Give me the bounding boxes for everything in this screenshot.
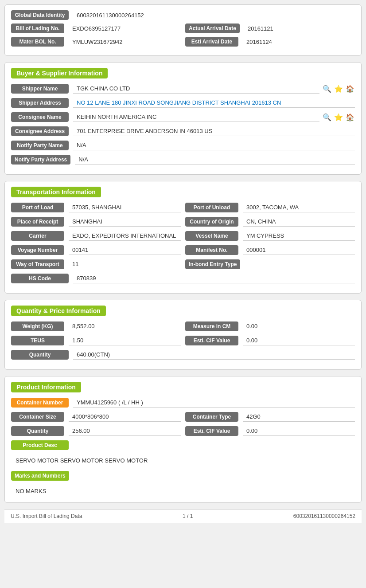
product-card: Product Information Container Number YMM… — [4, 376, 362, 503]
notify-party-name-value: N/A — [73, 141, 355, 150]
quantity-price-card: Quantity & Price Information Weight (KG)… — [4, 300, 362, 370]
voyage-number-half: Voyage Number 00141 — [11, 245, 181, 255]
container-num-row: Container Number YMMU4125960 ( /L / HH ) — [11, 398, 355, 408]
quantity-value: 640.00(CTN) — [73, 350, 355, 360]
bol-row: Bill of Lading No. EXDO6395127177 Actual… — [11, 24, 355, 33]
product-desc-row: Product Desc — [11, 440, 355, 450]
product-quantity-label: Quantity — [11, 426, 64, 436]
container-num-value: YMMU4125960 ( /L / HH ) — [73, 398, 355, 408]
inbond-entry-label: In-bond Entry Type — [185, 259, 240, 269]
place-receipt-label: Place of Receipt — [11, 217, 64, 227]
manifest-no-label: Manifest No. — [185, 245, 238, 255]
footer-center: 1 / 1 — [183, 513, 193, 519]
teus-half: TEUS 1.50 — [11, 336, 181, 345]
carrier-value: EXDO, EXPEDITORS INTERNATIONAL — [69, 231, 181, 241]
inbond-entry-value — [245, 259, 355, 269]
transportation-card: Transportation Information Port of Load … — [4, 181, 362, 294]
marks-value: NO MARKS — [11, 485, 355, 497]
container-type-half: Container Type 42G0 — [185, 412, 355, 422]
shipper-name-icons: 🔍 ⭐ 🏠 — [322, 84, 355, 94]
country-origin-label: Country of Origin — [185, 217, 238, 227]
port-load-half: Port of Load 57035, SHANGHAI — [11, 203, 181, 212]
country-origin-value: CN, CHINA — [243, 217, 355, 227]
consignee-addr-row: Consignee Address 701 ENTERPRISE DRIVE A… — [11, 126, 355, 136]
shipper-search-icon[interactable]: 🔍 — [322, 84, 332, 94]
shipper-addr-value: NO 12 LANE 180 JINXI ROAD SONGJIANG DIST… — [73, 98, 355, 108]
shipper-name-row: Shipper Name TGK CHINA CO LTD 🔍 ⭐ 🏠 — [11, 84, 355, 94]
notify-party-addr-row: Notify Party Address N/A — [11, 155, 355, 165]
identity-card: Global Data Identity 6003201611300002641… — [4, 4, 362, 56]
teus-label: TEUS — [11, 336, 64, 345]
shipper-star-icon[interactable]: ⭐ — [334, 84, 343, 94]
consignee-name-icons: 🔍 ⭐ 🏠 — [322, 112, 355, 122]
teus-row: TEUS 1.50 Esti. CIF Value 0.00 — [11, 336, 355, 345]
hs-code-row: HS Code 870839 — [11, 274, 355, 283]
notify-party-name-label: Notify Party Name — [11, 141, 69, 150]
master-bol-row: Mater BOL No. YMLUW231672942 Esti Arriva… — [11, 37, 355, 47]
global-identity-label: Global Data Identity — [11, 10, 69, 20]
voyage-number-value: 00141 — [69, 245, 181, 255]
master-bol-half: Mater BOL No. YMLUW231672942 — [11, 37, 181, 47]
place-receipt-value: SHANGHAI — [69, 217, 181, 227]
product-esti-cif-half: Esti. CIF Value 0.00 — [185, 426, 355, 436]
way-transport-value: 11 — [69, 259, 181, 269]
way-transport-row: Way of Transport 11 In-bond Entry Type — [11, 259, 355, 269]
global-identity-value: 600320161130000264152 — [73, 11, 148, 20]
way-transport-half: Way of Transport 11 — [11, 259, 181, 269]
vessel-name-value: YM CYPRESS — [243, 231, 355, 241]
consignee-addr-label: Consignee Address — [11, 126, 69, 136]
place-receipt-half: Place of Receipt SHANGHAI — [11, 217, 181, 227]
shipper-home-icon[interactable]: 🏠 — [345, 84, 355, 94]
product-desc-value: SERVO MOTOR SERVO MOTOR SERVO MOTOR — [11, 455, 355, 466]
shipper-name-label: Shipper Name — [11, 84, 69, 94]
shipper-addr-row: Shipper Address NO 12 LANE 180 JINXI ROA… — [11, 98, 355, 108]
consignee-search-icon[interactable]: 🔍 — [322, 112, 332, 122]
place-receipt-row: Place of Receipt SHANGHAI Country of Ori… — [11, 217, 355, 227]
weight-label: Weight (KG) — [11, 321, 64, 331]
product-quantity-value: 256.00 — [69, 426, 181, 436]
product-esti-cif-value: 0.00 — [243, 426, 355, 436]
notify-party-addr-value: N/A — [75, 155, 355, 165]
quantity-label: Quantity — [11, 350, 69, 360]
esti-arrival-half: Esti Arrival Date 20161124 — [185, 37, 355, 47]
carrier-half: Carrier EXDO, EXPEDITORS INTERNATIONAL — [11, 231, 181, 241]
carrier-row: Carrier EXDO, EXPEDITORS INTERNATIONAL V… — [11, 231, 355, 241]
port-unload-half: Port of Unload 3002, TACOMA, WA — [185, 203, 355, 212]
product-quantity-row: Quantity 256.00 Esti. CIF Value 0.00 — [11, 426, 355, 436]
consignee-home-icon[interactable]: 🏠 — [345, 112, 355, 122]
global-identity-row: Global Data Identity 6003201611300002641… — [11, 10, 355, 20]
container-type-value: 42G0 — [243, 412, 355, 422]
bol-value: EXDO6395127177 — [69, 24, 124, 33]
container-size-label: Container Size — [11, 412, 64, 422]
consignee-star-icon[interactable]: ⭐ — [334, 112, 343, 122]
container-num-label: Container Number — [11, 398, 69, 408]
port-load-label: Port of Load — [11, 203, 64, 212]
port-unload-value: 3002, TACOMA, WA — [243, 203, 355, 212]
esti-cif-label: Esti. CIF Value — [185, 336, 238, 345]
weight-value: 8,552.00 — [69, 321, 181, 331]
consignee-name-row: Consignee Name KEIHIN NORTH AMERICA INC … — [11, 112, 355, 122]
notify-party-addr-label: Notify Party Address — [11, 155, 70, 165]
marks-label: Marks and Numbers — [11, 471, 69, 481]
country-origin-half: Country of Origin CN, CHINA — [185, 217, 355, 227]
marks-row: Marks and Numbers — [11, 471, 355, 481]
teus-value: 1.50 — [69, 336, 181, 345]
quantity-row: Quantity 640.00(CTN) — [11, 350, 355, 360]
container-type-label: Container Type — [185, 412, 238, 422]
consignee-name-value: KEIHIN NORTH AMERICA INC — [73, 112, 319, 122]
product-title: Product Information — [11, 382, 81, 392]
vessel-name-half: Vessel Name YM CYPRESS — [185, 231, 355, 241]
hs-code-value: 870839 — [73, 274, 355, 283]
esti-cif-value: 0.00 — [243, 336, 355, 345]
port-load-row: Port of Load 57035, SHANGHAI Port of Unl… — [11, 203, 355, 212]
arrival-date-value: 20161121 — [244, 24, 277, 33]
container-size-value: 4000*806*800 — [69, 412, 181, 422]
master-bol-label: Mater BOL No. — [11, 37, 64, 47]
manifest-no-half: Manifest No. 000001 — [185, 245, 355, 255]
transportation-title: Transportation Information — [11, 187, 101, 197]
esti-cif-half: Esti. CIF Value 0.00 — [185, 336, 355, 345]
arrival-date-half: Actual Arrival Date 20161121 — [185, 24, 355, 33]
container-size-row: Container Size 4000*806*800 Container Ty… — [11, 412, 355, 422]
way-transport-label: Way of Transport — [11, 259, 64, 269]
shipper-addr-label: Shipper Address — [11, 98, 69, 108]
